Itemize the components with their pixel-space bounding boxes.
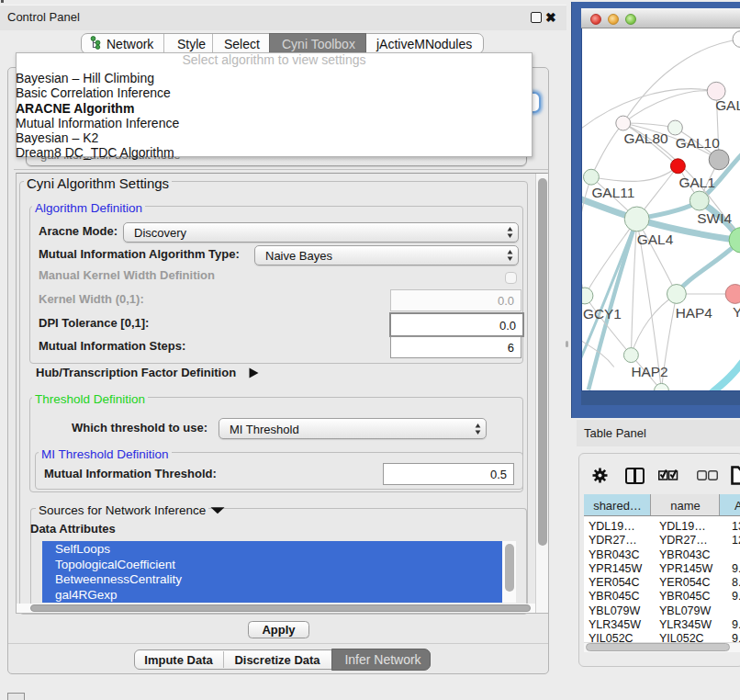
svg-text:GAL4: GAL4 <box>637 231 674 247</box>
svg-text:GAL: GAL <box>715 97 740 113</box>
svg-text:GAL10: GAL10 <box>676 135 720 151</box>
svg-text:GAL1: GAL1 <box>679 175 715 190</box>
svg-text:GCY1: GCY1 <box>583 306 622 322</box>
svg-text:Y: Y <box>733 304 740 320</box>
svg-text:GAL11: GAL11 <box>591 185 634 200</box>
svg-text:HAP4: HAP4 <box>676 305 713 321</box>
svg-text:HAP2: HAP2 <box>631 364 667 379</box>
svg-text:SWI4: SWI4 <box>697 210 732 226</box>
svg-text:GAL80: GAL80 <box>624 130 668 146</box>
